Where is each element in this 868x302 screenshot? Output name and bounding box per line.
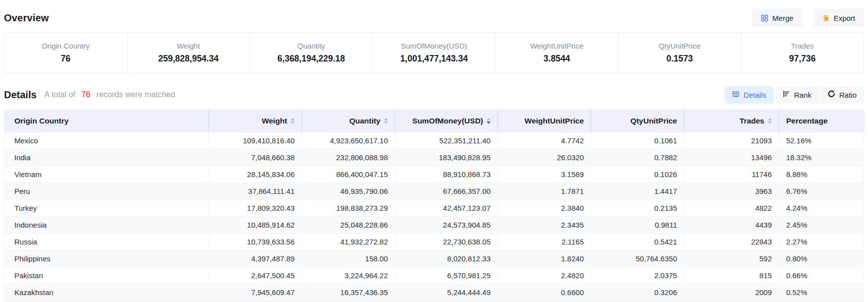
cell-weightunitprice: 2.4820 — [498, 267, 591, 284]
sort-desc-icon — [291, 121, 295, 124]
cell-percentage: 2.45% — [779, 217, 865, 234]
overview-stat: SumOfMoney(USD)1,001,477,143.34 — [373, 33, 496, 73]
stat-value: 76 — [61, 54, 70, 64]
cell-sumofmoney-usd: 8,020,812.33 — [395, 250, 498, 267]
cell-weightunitprice: 2.1165 — [498, 234, 591, 250]
cell-weightunitprice: 2.3840 — [498, 200, 591, 217]
column-header-label: Quantity — [349, 117, 380, 125]
merge-button[interactable]: Merge — [752, 8, 803, 27]
sort-desc-icon — [384, 121, 388, 124]
cell-weight: 10,485,914.62 — [209, 217, 302, 234]
cell-qtyunitprice: 0.9811 — [591, 217, 684, 234]
column-header-label: WeightUnitPrice — [525, 117, 584, 125]
cell-weightunitprice: 3.1589 — [498, 166, 591, 183]
page-title: Overview — [4, 12, 49, 24]
cell-trades: 815 — [684, 267, 779, 284]
cell-trades: 592 — [684, 250, 779, 267]
cell-qtyunitprice: 0.3206 — [591, 284, 684, 301]
cell-percentage: 4.24% — [779, 200, 865, 217]
cell-origin-country: Peru — [4, 183, 209, 200]
export-icon — [822, 14, 830, 22]
stat-label: WeightUnitPrice — [530, 42, 583, 50]
rank-icon — [783, 90, 790, 99]
sort-carets — [487, 118, 491, 124]
table-row: Kazakhstan7,945,609.4716,357,436.355,244… — [4, 284, 865, 301]
cell-weightunitprice: 0.6600 — [498, 284, 591, 301]
cell-origin-country: India — [4, 149, 209, 166]
column-header-quantity[interactable]: Quantity — [302, 110, 395, 132]
table-header-row: Origin CountryWeightQuantitySumOfMoney(U… — [4, 110, 865, 132]
cell-sumofmoney-usd: 6,570,981.25 — [395, 267, 498, 284]
cell-sumofmoney-usd: 522,351,211.40 — [395, 132, 498, 149]
cell-trades: 4439 — [684, 217, 779, 234]
records-summary: A total of 76 records were matched — [45, 90, 175, 99]
stat-label: Quantity — [298, 42, 325, 50]
cell-quantity: 232,806,088.98 — [302, 149, 395, 166]
view-switch: Details Rank Ratio — [725, 86, 864, 104]
sort-asc-icon — [291, 118, 295, 121]
table-row: India7,048,660.38232,806,088.98183,490,8… — [4, 149, 865, 166]
cell-percentage: 6.76% — [779, 183, 865, 200]
details-view-button[interactable]: Details — [725, 86, 774, 104]
cell-sumofmoney-usd: 67,666,357.00 — [395, 183, 498, 200]
stat-label: Trades — [791, 42, 814, 50]
overview-stat: WeightUnitPrice3.8544 — [496, 33, 619, 73]
ratio-icon — [828, 90, 835, 99]
cell-weight: 109,410,816.40 — [209, 132, 302, 149]
column-header-weight[interactable]: Weight — [209, 110, 302, 132]
overview-card: Origin Country76Weight259,828,954.34Quan… — [4, 32, 864, 73]
stat-value: 1,001,477,143.34 — [400, 54, 468, 64]
cell-sumofmoney-usd: 88,910,868.73 — [395, 166, 498, 183]
cell-quantity: 4,923,650,617.10 — [302, 132, 395, 149]
column-header-label: Percentage — [786, 117, 828, 125]
cell-origin-country: Indonesia — [4, 217, 209, 234]
cell-qtyunitprice: 1.4417 — [591, 183, 684, 200]
stat-value: 259,828,954.34 — [158, 54, 219, 64]
details-view-label: Details — [744, 91, 766, 99]
cell-percentage: 0.52% — [779, 284, 865, 301]
export-button[interactable]: Export — [813, 8, 864, 27]
cell-quantity: 866,400,047.15 — [302, 166, 395, 183]
overview-stat: QtyUnitPrice0.1573 — [619, 33, 742, 73]
cell-sumofmoney-usd: 183,490,828.95 — [395, 149, 498, 166]
cell-weight: 2,647,500.45 — [209, 267, 302, 284]
column-header-trades[interactable]: Trades — [684, 110, 779, 132]
overview-stat: Weight259,828,954.34 — [127, 33, 250, 73]
table-row: Indonesia10,485,914.6225,048,228.8624,57… — [4, 217, 865, 234]
cell-quantity: 41,932,272.82 — [302, 234, 395, 250]
cell-origin-country: Kazakhstan — [4, 284, 209, 301]
cell-weight: 10,739,633.56 — [209, 234, 302, 250]
table-row: Mexico109,410,816.404,923,650,617.10522,… — [4, 132, 865, 149]
stat-label: SumOfMoney(USD) — [401, 42, 467, 50]
rank-view-button[interactable]: Rank — [775, 86, 819, 104]
summary-prefix: A total of — [45, 90, 75, 99]
cell-sumofmoney-usd: 22,730,638.05 — [395, 234, 498, 250]
cell-percentage: 18.32% — [779, 149, 865, 166]
overview-stat: Origin Country76 — [4, 33, 127, 73]
cell-quantity: 3,224,964.22 — [302, 267, 395, 284]
cell-percentage: 52.16% — [779, 132, 865, 149]
cell-sumofmoney-usd: 5,244,444.49 — [395, 284, 498, 301]
cell-weight: 17,809,320.43 — [209, 200, 302, 217]
ratio-view-button[interactable]: Ratio — [820, 86, 864, 104]
topbar-actions: Merge Export — [752, 8, 864, 27]
column-header-qtyunitprice: QtyUnitPrice — [591, 110, 684, 132]
export-button-label: Export — [834, 14, 855, 22]
table-wrap: Origin CountryWeightQuantitySumOfMoney(U… — [4, 110, 864, 302]
cell-origin-country: Vietnam — [4, 166, 209, 183]
cell-origin-country: Turkey — [4, 200, 209, 217]
cell-weight: 37,864,111.41 — [209, 183, 302, 200]
column-header-sumofmoney-usd[interactable]: SumOfMoney(USD) — [395, 110, 498, 132]
table-row: Pakistan2,647,500.453,224,964.226,570,98… — [4, 267, 865, 284]
cell-trades: 11746 — [684, 166, 779, 183]
cell-origin-country: Pakistan — [4, 267, 209, 284]
cell-weightunitprice: 26.0320 — [498, 149, 591, 166]
cell-trades: 2009 — [684, 284, 779, 301]
stat-label: Origin Country — [42, 42, 90, 50]
data-table: Origin CountryWeightQuantitySumOfMoney(U… — [4, 110, 865, 301]
cell-qtyunitprice: 50,764.6350 — [591, 250, 684, 267]
rank-view-label: Rank — [794, 91, 811, 99]
summary-suffix: records were matched — [97, 90, 175, 99]
cell-origin-country: Russia — [4, 234, 209, 250]
cell-weightunitprice: 1.7871 — [498, 183, 591, 200]
